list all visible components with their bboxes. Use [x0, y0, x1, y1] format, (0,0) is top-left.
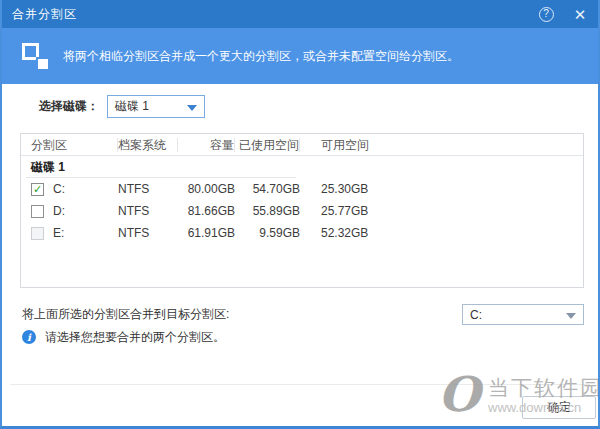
- filesystem-cell: NTFS: [118, 182, 178, 196]
- banner: 将两个相临分割区合并成一个更大的分割区，或合并未配置空间给分割区。: [0, 28, 600, 84]
- help-button[interactable]: ?: [534, 2, 558, 26]
- hint-text: 请选择您想要合并的两个分割区。: [45, 329, 225, 346]
- used-space-cell: 55.89GB: [235, 204, 300, 218]
- table-header-row: 分割区 档案系统 容量 已使用空间 可用空间: [21, 134, 583, 156]
- filesystem-cell: NTFS: [118, 226, 178, 240]
- banner-description: 将两个相临分割区合并成一个更大的分割区，或合并未配置空间给分割区。: [63, 48, 459, 65]
- capacity-cell: 61.91GB: [178, 226, 235, 240]
- capacity-cell: 81.66GB: [178, 204, 235, 218]
- partition-checkbox[interactable]: ✓: [31, 205, 44, 218]
- table-row[interactable]: ✓D:NTFS81.66GB55.89GB25.77GB: [21, 200, 583, 222]
- disk-group-label: 磁碟 1: [21, 156, 583, 178]
- col-header-partition[interactable]: 分割区: [21, 138, 118, 152]
- col-header-filesystem[interactable]: 档案系统: [118, 138, 178, 152]
- partition-cell: ✓D:: [21, 204, 118, 218]
- partition-letter: E:: [53, 226, 64, 240]
- used-space-cell: 9.59GB: [235, 226, 300, 240]
- partition-table: 分割区 档案系统 容量 已使用空间 可用空间 磁碟 1 ✓C:NTFS80.00…: [20, 133, 584, 288]
- table-row[interactable]: ✓C:NTFS80.00GB54.70GB25.30GB: [21, 178, 583, 200]
- partition-cell: ✓E:: [21, 226, 118, 240]
- partition-cell: ✓C:: [21, 182, 118, 196]
- ok-button[interactable]: 确定: [522, 396, 596, 419]
- watermark-logo: O: [438, 368, 480, 420]
- col-header-free[interactable]: 可用空间: [300, 138, 583, 152]
- disk-group-row: 磁碟 1: [21, 156, 583, 178]
- col-header-capacity[interactable]: 容量: [178, 138, 235, 152]
- disk-select-label: 选择磁碟：: [39, 98, 99, 115]
- free-space-cell: 25.77GB: [300, 204, 583, 218]
- table-row[interactable]: ✓E:NTFS61.91GB9.59GB52.32GB: [21, 222, 583, 244]
- footer-divider: [10, 384, 590, 385]
- chevron-down-icon: [187, 105, 197, 111]
- titlebar: 合并分割区 ? ✕: [0, 0, 600, 28]
- filesystem-cell: NTFS: [118, 204, 178, 218]
- partition-checkbox: ✓: [31, 227, 44, 240]
- close-icon: ✕: [574, 7, 587, 22]
- free-space-cell: 25.30GB: [300, 182, 583, 196]
- partition-letter: D:: [53, 204, 65, 218]
- col-header-used[interactable]: 已使用空间: [235, 138, 300, 152]
- close-button[interactable]: ✕: [568, 2, 592, 26]
- partition-letter: C:: [53, 182, 65, 196]
- partition-checkbox[interactable]: ✓: [31, 183, 44, 196]
- used-space-cell: 54.70GB: [235, 182, 300, 196]
- merge-partitions-icon: [22, 43, 48, 69]
- target-partition-dropdown[interactable]: C:: [462, 304, 584, 325]
- disk-select-dropdown[interactable]: 磁碟 1: [107, 95, 205, 118]
- disk-select-value: 磁碟 1: [115, 98, 149, 115]
- window-title: 合并分割区: [12, 6, 77, 23]
- capacity-cell: 80.00GB: [178, 182, 235, 196]
- target-partition-value: C:: [470, 308, 482, 322]
- target-select-label: 将上面所选的分割区合并到目标分割区:: [22, 307, 229, 321]
- info-icon: i: [22, 330, 36, 344]
- help-icon: ?: [539, 7, 554, 22]
- chevron-down-icon: [566, 313, 576, 319]
- merge-partition-dialog: 合并分割区 ? ✕ 将两个相临分割区合并成一个更大的分割区，或合并未配置空间给分…: [0, 0, 600, 429]
- free-space-cell: 52.32GB: [300, 226, 583, 240]
